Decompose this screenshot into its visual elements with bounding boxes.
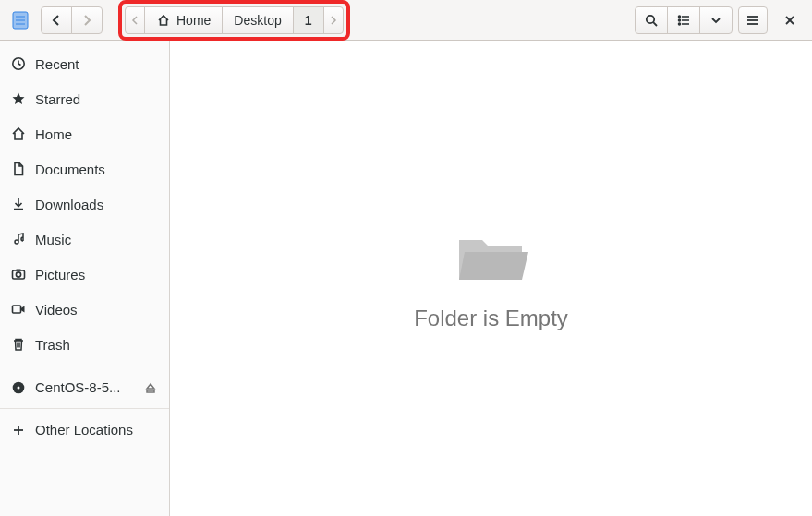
svg-point-19 (16, 272, 20, 277)
home-icon (156, 13, 171, 28)
content-view: Folder is Empty (170, 41, 812, 516)
clock-icon (11, 56, 26, 71)
forward-button[interactable] (71, 6, 103, 34)
video-icon (11, 302, 26, 317)
sidebar-item-home[interactable]: Home (0, 116, 169, 151)
nav-buttons (41, 6, 103, 34)
toolbar-right-buttons (635, 6, 733, 34)
header-bar: Home Desktop 1 (0, 0, 812, 41)
files-app-icon (11, 11, 30, 30)
sidebar-item-starred[interactable]: Starred (0, 81, 169, 116)
breadcrumb: Home Desktop 1 (125, 6, 344, 34)
breadcrumb-home[interactable]: Home (145, 7, 223, 33)
svg-point-10 (679, 23, 681, 25)
path-scroll-right[interactable] (324, 7, 343, 33)
sidebar-item-other-locations[interactable]: Other Locations (0, 408, 169, 447)
svg-point-4 (647, 15, 654, 22)
svg-point-8 (679, 19, 681, 21)
sidebar-item-label: Videos (35, 302, 158, 318)
sidebar-item-label: Recent (35, 56, 158, 72)
camera-icon (11, 267, 26, 282)
sidebar-item-label: CentOS-8-5... (35, 379, 134, 395)
plus-icon (11, 423, 26, 438)
sidebar-item-label: Other Locations (35, 422, 158, 438)
hamburger-menu-button[interactable] (738, 6, 768, 34)
sidebar-item-music[interactable]: Music (0, 222, 169, 257)
close-icon (782, 13, 797, 28)
breadcrumb-label: 1 (305, 13, 312, 28)
svg-rect-21 (13, 306, 21, 313)
pathbar-container: Home Desktop 1 (125, 6, 344, 34)
breadcrumb-label: Home (176, 13, 211, 28)
music-icon (11, 232, 26, 246)
folder-open-icon (450, 226, 533, 291)
breadcrumb-current[interactable]: 1 (294, 7, 324, 33)
sidebar-item-trash[interactable]: Trash (0, 327, 169, 362)
sidebar-item-videos[interactable]: Videos (0, 292, 169, 327)
svg-line-5 (653, 22, 657, 26)
places-sidebar: Recent Starred Home Documents Downloads … (0, 41, 170, 516)
svg-rect-20 (17, 270, 21, 271)
back-button[interactable] (41, 6, 72, 34)
sidebar-item-downloads[interactable]: Downloads (0, 186, 169, 222)
breadcrumb-desktop[interactable]: Desktop (223, 7, 293, 33)
chevron-down-icon (709, 13, 723, 28)
sidebar-item-pictures[interactable]: Pictures (0, 257, 169, 292)
disc-icon (11, 380, 26, 395)
sidebar-item-recent[interactable]: Recent (0, 46, 169, 81)
sidebar-item-label: Pictures (35, 267, 158, 282)
search-button[interactable] (635, 6, 668, 34)
view-options-button[interactable] (699, 6, 733, 34)
eject-icon[interactable] (143, 380, 158, 395)
sidebar-item-label: Music (35, 232, 158, 247)
path-scroll-left[interactable] (126, 7, 145, 33)
sidebar-item-label: Home (35, 126, 158, 142)
download-icon (11, 197, 26, 211)
home-icon (11, 126, 26, 141)
empty-folder-message: Folder is Empty (414, 306, 568, 331)
sidebar-item-label: Downloads (35, 197, 158, 212)
close-button[interactable] (773, 6, 806, 34)
sidebar-item-label: Documents (35, 162, 158, 177)
search-icon (644, 13, 659, 28)
sidebar-item-label: Trash (35, 337, 158, 353)
svg-point-6 (679, 16, 681, 18)
breadcrumb-label: Desktop (234, 13, 281, 28)
list-view-icon (676, 13, 691, 28)
sidebar-item-disc[interactable]: CentOS-8-5... (0, 366, 169, 404)
sidebar-item-documents[interactable]: Documents (0, 151, 169, 186)
trash-icon (11, 337, 26, 352)
document-icon (11, 162, 26, 176)
view-toggle-button[interactable] (667, 6, 700, 34)
star-icon (11, 91, 26, 106)
svg-point-23 (18, 386, 20, 389)
sidebar-item-label: Starred (35, 91, 158, 107)
hamburger-icon (745, 13, 760, 28)
